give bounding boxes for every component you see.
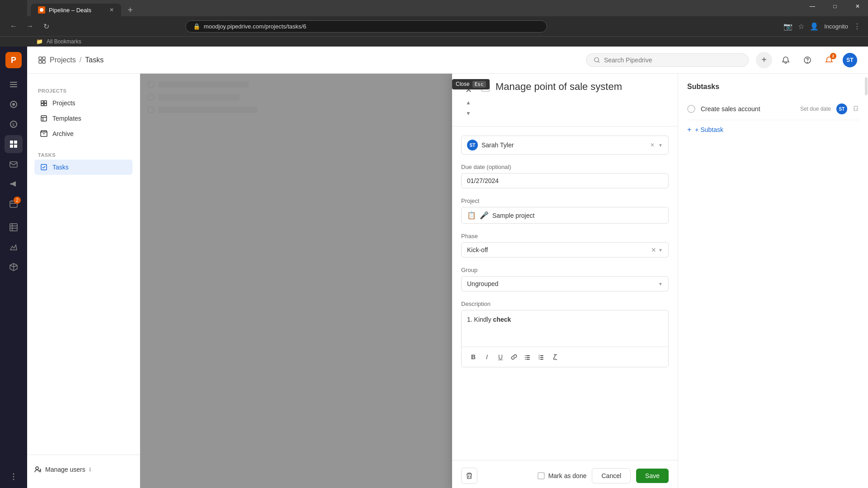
browser-tab[interactable]: Pipeline – Deals ✕ (31, 4, 121, 16)
sidebar-icon-projects[interactable] (5, 135, 23, 153)
assignee-avatar: ST (467, 140, 478, 150)
numbered-list-btn[interactable]: 1.2.3. (535, 351, 547, 363)
group-dropdown-icon[interactable]: ▼ (658, 282, 663, 286)
svg-point-24 (807, 62, 808, 62)
manage-users-btn[interactable]: Manage users ℹ (34, 462, 132, 477)
link-btn[interactable] (508, 351, 520, 363)
notification-badge: 2 (830, 53, 836, 59)
mark-done-label: Mark as done (548, 472, 587, 479)
address-bar[interactable]: 🔒 moodjoy.pipedrive.com/projects/tasks/6 (185, 20, 547, 33)
sidebar-icon-home[interactable] (5, 95, 23, 113)
sidebar-icon-mail[interactable] (5, 155, 23, 173)
assignee-dropdown-icon[interactable]: ▼ (658, 143, 663, 148)
svg-point-22 (594, 57, 599, 61)
incognito-text: Incognito (824, 23, 848, 30)
user-avatar[interactable]: ST (843, 53, 857, 67)
minimize-btn[interactable]: — (802, 0, 823, 13)
breadcrumb: Projects / Tasks (38, 56, 104, 64)
close-window-btn[interactable]: ✕ (847, 0, 868, 13)
forward-btn[interactable]: → (24, 20, 36, 33)
svg-rect-12 (10, 162, 17, 167)
svg-rect-2 (10, 84, 17, 85)
mark-done-checkbox[interactable] (538, 472, 545, 479)
star-icon[interactable]: ☆ (798, 22, 804, 31)
projects-nav-label: Projects (52, 99, 75, 107)
svg-rect-25 (41, 116, 47, 121)
sidebar-item-tasks[interactable]: Tasks (34, 160, 132, 175)
maximize-btn[interactable]: □ (825, 0, 845, 13)
assignee-group: ST Sarah Tyler ✕ ▼ (461, 136, 669, 155)
underline-btn[interactable]: U (494, 351, 507, 363)
project-group: Project 📋 🎤 Sample project (461, 197, 669, 224)
bookmarks-label[interactable]: All Bookmarks (47, 38, 81, 45)
prev-task-btn[interactable]: ▲ (462, 97, 475, 108)
sidebar-item-templates[interactable]: Templates (34, 111, 132, 126)
manage-users-label: Manage users (45, 466, 85, 473)
sidebar-icon-deals[interactable]: $ (5, 115, 23, 133)
assignee-name: Sarah Tyler (481, 141, 514, 149)
svg-point-28 (36, 467, 38, 469)
cancel-btn[interactable]: Cancel (592, 468, 631, 483)
help-btn[interactable] (799, 52, 816, 68)
assignee-field[interactable]: ST Sarah Tyler ✕ ▼ (461, 136, 669, 155)
app-logo[interactable]: P (5, 52, 22, 68)
projects-section-label: PROJECTS (34, 84, 132, 95)
assignee-clear-btn[interactable]: ✕ (650, 142, 655, 148)
add-subtask-btn[interactable]: + + Subtask (687, 120, 859, 139)
svg-rect-30 (526, 355, 530, 356)
search-icon (594, 56, 600, 64)
delete-icon (466, 472, 473, 479)
templates-label: Templates (52, 115, 81, 122)
add-btn[interactable]: + (756, 52, 772, 68)
back-btn[interactable]: ← (7, 20, 20, 33)
svg-rect-32 (526, 357, 530, 358)
search-input[interactable] (604, 56, 741, 64)
browser-nav: ← → ↻ 🔒 moodjoy.pipedrive.com/projects/t… (0, 16, 868, 36)
subtask-due-date[interactable]: Set due date (800, 106, 831, 112)
phase-clear-btn[interactable]: ✕ (651, 246, 656, 253)
sidebar-icon-menu[interactable] (5, 75, 23, 94)
profile-icon[interactable]: 👤 (810, 22, 819, 31)
sidebar-icon-chart[interactable] (5, 238, 23, 256)
save-btn[interactable]: Save (636, 469, 669, 483)
notifications-btn[interactable] (778, 52, 794, 68)
due-date-field[interactable]: 01/27/2024 (461, 173, 669, 188)
due-date-group: Due date (optional) 01/27/2024 (461, 164, 669, 188)
phase-field[interactable]: Kick-off ✕ ▼ (461, 242, 669, 258)
svg-rect-34 (526, 359, 530, 360)
new-tab-btn[interactable]: + (123, 4, 137, 16)
mark-done-group[interactable]: Mark as done (538, 472, 587, 479)
tab-close-btn[interactable]: ✕ (109, 7, 114, 13)
camera-off-icon: 📷 (783, 22, 793, 31)
menu-icon[interactable]: ⋮ (854, 22, 861, 31)
description-content[interactable]: 1. Kindly check (462, 310, 668, 347)
next-task-btn[interactable]: ▼ (462, 108, 475, 119)
sidebar-icon-cube[interactable] (5, 258, 23, 276)
sidebar-icon-megaphone[interactable] (5, 175, 23, 193)
phase-dropdown-icon[interactable]: ▼ (658, 248, 663, 253)
sidebar-icon-table[interactable] (5, 218, 23, 236)
delete-task-btn[interactable] (461, 468, 477, 484)
subtask-name: Create sales account (701, 105, 795, 113)
modal-scrollbar[interactable] (864, 74, 868, 488)
bold-btn[interactable]: B (467, 351, 480, 363)
calendar-badge: 2 (14, 197, 21, 204)
sidebar-item-archive[interactable]: Archive (34, 126, 132, 141)
breadcrumb-parent[interactable]: Projects (50, 56, 76, 64)
svg-rect-36 (540, 355, 543, 356)
group-field[interactable]: Ungrouped ▼ (461, 276, 669, 291)
svg-rect-38 (540, 357, 543, 358)
sidebar-icon-calendar[interactable]: 2 (5, 195, 23, 213)
sidebar-item-projects[interactable]: Projects (34, 95, 132, 111)
svg-rect-10 (10, 145, 13, 148)
refresh-btn[interactable]: ↻ (40, 20, 52, 33)
sidebar-icon-more[interactable] (5, 468, 23, 486)
description-box[interactable]: 1. Kindly check B I U (461, 310, 669, 367)
bullet-list-btn[interactable] (521, 351, 534, 363)
subtask-checkbox[interactable] (687, 105, 695, 113)
clear-format-btn[interactable] (548, 351, 561, 363)
subtask-delete-btn[interactable] (853, 105, 859, 113)
italic-btn[interactable]: I (481, 351, 493, 363)
project-field[interactable]: 📋 🎤 Sample project (461, 207, 669, 224)
search-bar[interactable] (586, 53, 749, 67)
